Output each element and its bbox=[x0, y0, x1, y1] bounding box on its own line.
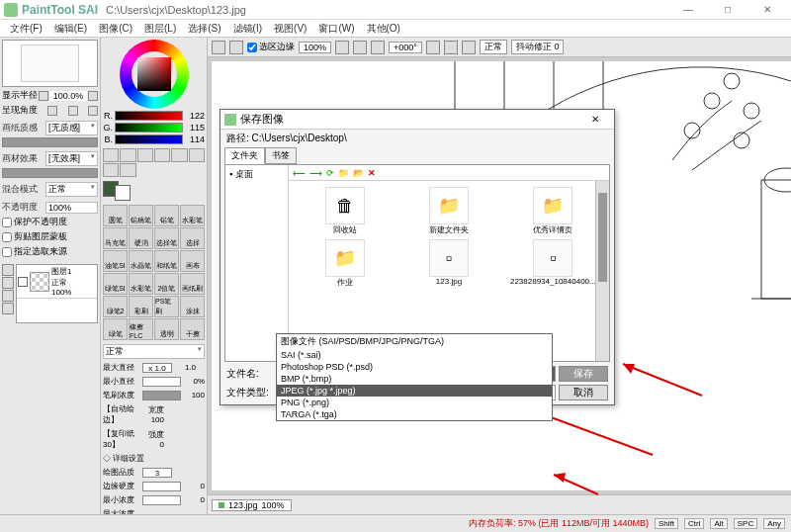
document-tab[interactable]: 123.jpg 100% bbox=[212, 499, 292, 511]
brush-绿笔2[interactable]: 绿笔2 bbox=[103, 296, 128, 317]
wand-tool[interactable] bbox=[137, 148, 153, 162]
menu-window[interactable]: 窗口(W) bbox=[312, 22, 360, 36]
brush-透明[interactable]: 透明 bbox=[154, 318, 179, 340]
file-scrollbar[interactable] bbox=[595, 181, 609, 361]
menu-view[interactable]: 视图(V) bbox=[268, 22, 312, 36]
zoom-value[interactable]: 100.0% bbox=[49, 91, 88, 101]
quality-value[interactable]: 3 bbox=[142, 468, 172, 478]
brush-橡擦FLC[interactable]: 橡擦FLC bbox=[129, 318, 153, 340]
minimize-button[interactable]: — bbox=[668, 0, 708, 20]
folder-icon[interactable]: 📁 bbox=[338, 168, 349, 178]
menu-canvas[interactable]: 图像(C) bbox=[93, 22, 138, 36]
min-density-slider[interactable] bbox=[142, 495, 181, 505]
brush-水彩笔[interactable]: 水彩笔 bbox=[180, 205, 205, 226]
blend-select[interactable]: 正常▾ bbox=[45, 182, 98, 197]
menu-edit[interactable]: 编辑(E) bbox=[48, 22, 93, 36]
r-slider[interactable] bbox=[115, 111, 183, 121]
zoom-out-icon[interactable] bbox=[335, 41, 349, 54]
filetype-option[interactable]: PNG (*.png) bbox=[277, 397, 552, 408]
picker-tool[interactable] bbox=[120, 163, 135, 177]
file-item[interactable]: ▫223828934_10840400... bbox=[503, 239, 603, 288]
folder-tree[interactable]: ▪ 桌面 bbox=[225, 165, 289, 361]
tb-btn[interactable] bbox=[229, 41, 243, 54]
refresh-icon[interactable]: ⟳ bbox=[326, 168, 334, 178]
brush-干擦[interactable]: 干擦 bbox=[180, 318, 205, 340]
menu-filter[interactable]: 滤镜(I) bbox=[227, 22, 268, 36]
clipping-checkbox[interactable]: 剪贴图层蒙板 bbox=[2, 230, 98, 243]
close-button[interactable]: ✕ bbox=[747, 0, 787, 20]
zoom-tool[interactable] bbox=[171, 148, 187, 162]
layer-item[interactable]: 图层1 正常 100% bbox=[17, 265, 97, 299]
brush-水晶笔[interactable]: 水晶笔 bbox=[129, 250, 153, 272]
new-folder-button[interactable] bbox=[2, 277, 14, 289]
zoom-out-button[interactable] bbox=[39, 91, 48, 101]
angle-cw-button[interactable] bbox=[88, 106, 98, 116]
zoom-in-icon[interactable] bbox=[353, 41, 367, 54]
file-item[interactable]: 📁作业 bbox=[295, 239, 395, 288]
rotate-tool[interactable] bbox=[189, 148, 205, 162]
max-size-unit[interactable]: x 1.0 bbox=[142, 363, 172, 373]
protect-alpha-checkbox[interactable]: 保护不透明度 bbox=[2, 216, 98, 228]
brush-马克笔[interactable]: 马克笔 bbox=[103, 227, 128, 249]
filetype-option[interactable]: SAI (*.sai) bbox=[277, 349, 552, 361]
filetype-option[interactable]: BMP (*.bmp) bbox=[277, 373, 552, 385]
menu-layer[interactable]: 图层(L) bbox=[138, 22, 182, 36]
menu-other[interactable]: 其他(O) bbox=[361, 22, 406, 36]
angle-ccw-button[interactable] bbox=[47, 106, 57, 116]
cancel-button[interactable]: 取消 bbox=[559, 385, 608, 400]
zoom-in-button[interactable] bbox=[88, 91, 98, 101]
brush-画布[interactable]: 画布 bbox=[180, 250, 205, 272]
lasso-tool[interactable] bbox=[120, 148, 135, 162]
brush-选择[interactable]: 选择 bbox=[180, 227, 205, 249]
new-layer-button[interactable] bbox=[2, 264, 14, 276]
brush-涂抹[interactable]: 涂抹 bbox=[180, 296, 205, 317]
effect-slider[interactable] bbox=[2, 168, 98, 178]
g-slider[interactable] bbox=[115, 123, 183, 133]
brush-硬消[interactable]: 硬消 bbox=[129, 227, 153, 249]
select-source-checkbox[interactable]: 指定选取来源 bbox=[2, 245, 98, 258]
brush-铅笔[interactable]: 铅笔 bbox=[154, 205, 179, 226]
brush-2值笔[interactable]: 2值笔 bbox=[154, 273, 179, 295]
rotate-ccw-icon[interactable] bbox=[426, 41, 440, 54]
move-tool[interactable] bbox=[154, 148, 170, 162]
delete-layer-button[interactable] bbox=[2, 290, 14, 302]
brush-PS笔刷[interactable]: PS笔刷 bbox=[154, 296, 179, 317]
angle-reset-button[interactable] bbox=[68, 106, 78, 116]
new-folder-icon[interactable]: 📂 bbox=[353, 168, 364, 178]
selection-edge-checkbox[interactable]: 选区边缘 bbox=[247, 41, 295, 53]
hardness-slider[interactable] bbox=[142, 482, 181, 491]
brush-画纸刷[interactable]: 画纸刷 bbox=[180, 273, 205, 295]
effect-select[interactable]: [无效果]▾ bbox=[45, 151, 98, 166]
canvas-mode[interactable]: 正常 bbox=[480, 40, 507, 54]
color-wheel[interactable] bbox=[103, 40, 205, 109]
brush-油笔SI[interactable]: 油笔SI bbox=[103, 250, 128, 272]
hand-tool[interactable] bbox=[103, 163, 119, 177]
tree-desktop[interactable]: ▪ 桌面 bbox=[227, 167, 286, 182]
brush-mode-select[interactable]: 正常▾ bbox=[103, 344, 205, 359]
brush-圆笔[interactable]: 圆笔 bbox=[103, 205, 128, 226]
opacity-value[interactable]: 100% bbox=[45, 202, 98, 214]
filetype-dropdown[interactable]: 图像文件 (SAI/PSD/BMP/JPG/PNG/TGA)SAI (*.sai… bbox=[276, 333, 553, 421]
tb-btn[interactable] bbox=[212, 41, 225, 54]
zoom-fit-icon[interactable] bbox=[371, 41, 385, 54]
save-button[interactable]: 保存 bbox=[559, 366, 608, 382]
filetype-option[interactable]: JPEG (*.jpg *.jpeg) bbox=[277, 385, 552, 397]
texture-select[interactable]: [无质感]▾ bbox=[45, 121, 98, 135]
brush-水彩笔[interactable]: 水彩笔 bbox=[129, 273, 153, 295]
min-size-slider[interactable] bbox=[142, 377, 181, 387]
brush-铅稿笔[interactable]: 铅稿笔 bbox=[129, 205, 153, 226]
file-item[interactable]: 🗑回收站 bbox=[295, 187, 395, 235]
brush-绿笔[interactable]: 绿笔 bbox=[103, 318, 128, 340]
rect-select-tool[interactable] bbox=[103, 148, 119, 162]
brush-选择笔[interactable]: 选择笔 bbox=[154, 227, 179, 249]
detail-toggle[interactable]: ◇ 详细设置 bbox=[103, 453, 144, 464]
density-slider[interactable] bbox=[142, 391, 181, 400]
menu-select[interactable]: 选择(S) bbox=[182, 22, 226, 36]
filetype-option[interactable]: 图像文件 (SAI/PSD/BMP/JPG/PNG/TGA) bbox=[277, 334, 552, 349]
forward-icon[interactable]: ⟶ bbox=[309, 168, 322, 178]
filetype-option[interactable]: Photoshop PSD (*.psd) bbox=[277, 361, 552, 373]
maximize-button[interactable]: □ bbox=[708, 0, 747, 20]
canvas-zoom-field[interactable]: 100% bbox=[299, 42, 331, 53]
brush-彩刷[interactable]: 彩刷 bbox=[129, 296, 153, 317]
canvas-angle-field[interactable]: +000° bbox=[389, 42, 422, 53]
